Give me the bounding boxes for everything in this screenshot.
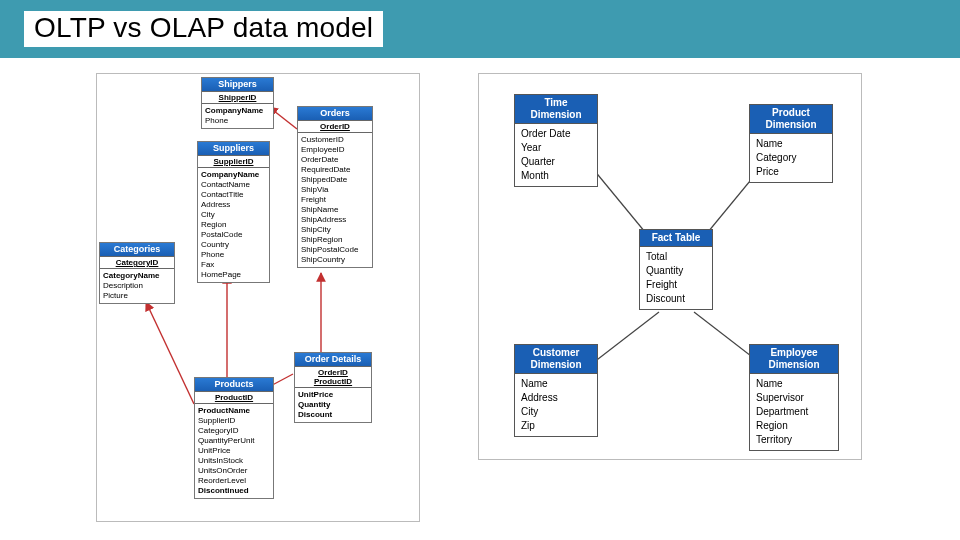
orders-header: Orders (298, 107, 372, 121)
olap-panel: Time Dimension Order DateYearQuarterMont… (478, 73, 862, 460)
product-fields: NameCategoryPrice (750, 134, 832, 182)
time-fields: Order DateYearQuarterMonth (515, 124, 597, 186)
suppliers-header: Suppliers (198, 142, 269, 156)
dim-time: Time Dimension Order DateYearQuarterMont… (514, 94, 598, 187)
orders-pk: OrderID (298, 121, 372, 133)
table-orderdetails: Order Details OrderID ProductID UnitPric… (294, 352, 372, 423)
products-header: Products (195, 378, 273, 392)
table-shippers: Shippers ShipperID CompanyNamePhone (201, 77, 274, 129)
product-header: Product Dimension (750, 105, 832, 134)
title-bar: OLTP vs OLAP data model (0, 0, 960, 58)
page-title: OLTP vs OLAP data model (24, 11, 383, 47)
dim-employee: Employee Dimension NameSupervisorDepartm… (749, 344, 839, 451)
categories-pk: CategoryID (100, 257, 174, 269)
dim-customer: Customer Dimension NameAddressCityZip (514, 344, 598, 437)
table-suppliers: Suppliers SupplierID CompanyNameContactN… (197, 141, 270, 283)
categories-fields: CategoryNameDescriptionPicture (100, 269, 174, 303)
shippers-fields: CompanyNamePhone (202, 104, 273, 128)
products-pk: ProductID (195, 392, 273, 404)
orderdetails-pk: OrderID ProductID (295, 367, 371, 388)
table-products: Products ProductID ProductNameSupplierID… (194, 377, 274, 499)
orders-fields: CustomerIDEmployeeIDOrderDateRequiredDat… (298, 133, 372, 267)
table-categories: Categories CategoryID CategoryNameDescri… (99, 242, 175, 304)
fact-fields: TotalQuantityFreightDiscount (640, 247, 712, 309)
suppliers-fields: CompanyNameContactNameContactTitleAddres… (198, 168, 269, 282)
orderdetails-header: Order Details (295, 353, 371, 367)
oltp-panel: Shippers ShipperID CompanyNamePhone Orde… (96, 73, 420, 522)
dim-product: Product Dimension NameCategoryPrice (749, 104, 833, 183)
employee-fields: NameSupervisorDepartmentRegionTerritory (750, 374, 838, 450)
time-header: Time Dimension (515, 95, 597, 124)
table-orders: Orders OrderID CustomerIDEmployeeIDOrder… (297, 106, 373, 268)
employee-header: Employee Dimension (750, 345, 838, 374)
orderdetails-fields: UnitPriceQuantityDiscount (295, 388, 371, 422)
categories-header: Categories (100, 243, 174, 257)
fact-table: Fact Table TotalQuantityFreightDiscount (639, 229, 713, 310)
customer-header: Customer Dimension (515, 345, 597, 374)
suppliers-pk: SupplierID (198, 156, 269, 168)
products-fields: ProductNameSupplierIDCategoryIDQuantityP… (195, 404, 273, 498)
fact-header: Fact Table (640, 230, 712, 247)
diagram-stage: Shippers ShipperID CompanyNamePhone Orde… (0, 58, 960, 520)
shippers-header: Shippers (202, 78, 273, 92)
shippers-pk: ShipperID (202, 92, 273, 104)
customer-fields: NameAddressCityZip (515, 374, 597, 436)
